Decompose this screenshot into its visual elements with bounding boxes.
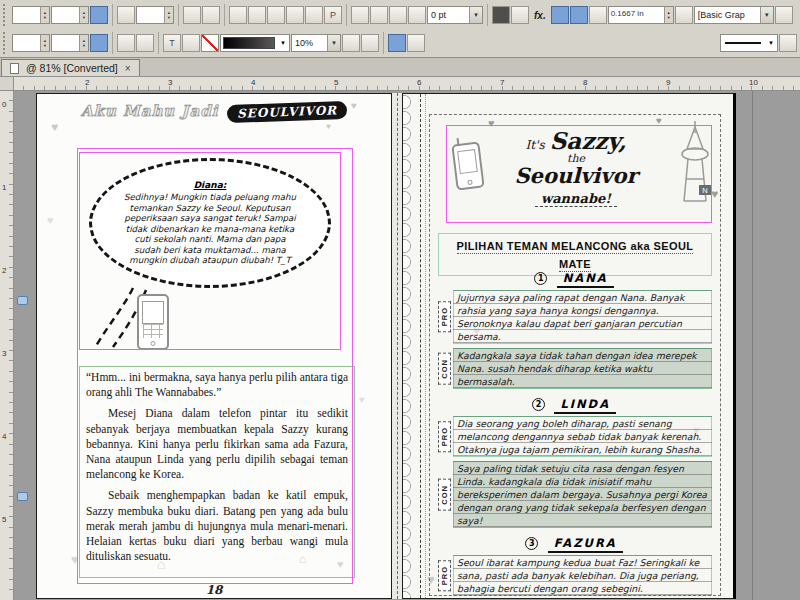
pro-row: PRO Seoul ibarat kampung kedua buat Faz!… — [436, 555, 712, 596]
screen-mode-icon[interactable] — [570, 6, 588, 24]
ruler-mark: 3 — [2, 349, 6, 358]
control-stepper-2[interactable]: ▴▾ — [51, 6, 89, 24]
panel-options-icon[interactable] — [779, 34, 797, 52]
dropdown-arrow-icon[interactable]: ▾ — [760, 7, 773, 23]
stroke-panel-icon[interactable] — [342, 34, 360, 52]
right-page[interactable]: ♥ ♥ ♥ ♥ ♥ ♥ ♥ It's Sazzy, the Seoulvivor… — [402, 93, 736, 599]
heart-icon: ♥ — [359, 394, 365, 405]
wrap-icon[interactable] — [589, 6, 607, 24]
paragraph-panel-icon[interactable]: P — [324, 6, 342, 24]
distribute-icon-3[interactable] — [389, 6, 407, 24]
object-styles-icon[interactable] — [388, 34, 406, 52]
drop-shadow-icon[interactable] — [511, 6, 529, 24]
control-stepper-1[interactable]: ▴▾ — [12, 6, 50, 24]
ruler-mark: 7 — [500, 78, 504, 87]
gradient-preview — [223, 37, 275, 49]
pro-label: PRO — [438, 301, 451, 332]
stepper-arrows-icon[interactable]: ▴▾ — [164, 7, 173, 23]
pro-label: PRO — [438, 421, 451, 452]
chapter-header[interactable]: ♥ Aku Mahu Jadi SEOULVIVOR ♥ ♥ — [37, 102, 391, 121]
stepper-arrows-icon[interactable]: ▴▾ — [79, 7, 88, 23]
align-right-icon[interactable] — [267, 6, 285, 24]
swap-fill-stroke-icon[interactable] — [361, 34, 379, 52]
stepper-arrows-icon[interactable]: ▴▾ — [40, 7, 49, 23]
stepper-arrows-icon[interactable]: ▴▾ — [79, 35, 88, 51]
shear-icon[interactable] — [136, 34, 154, 52]
dropdown-arrow-icon[interactable]: ▾ — [327, 35, 340, 51]
vertical-ruler[interactable]: 0 1 2 3 4 5 — [0, 91, 14, 600]
flip-horizontal-icon[interactable] — [183, 6, 201, 24]
heart-icon: ♥ — [51, 120, 58, 134]
link-icon[interactable] — [90, 6, 108, 24]
stepper-arrows-icon[interactable]: ▴▾ — [664, 7, 673, 23]
flip-vertical-icon[interactable] — [202, 6, 220, 24]
distribute-icon-2[interactable] — [370, 6, 388, 24]
rotate-icon[interactable] — [117, 34, 135, 52]
dropdown-arrow-icon[interactable]: ▾ — [277, 35, 289, 51]
body-text-frame[interactable]: “Hmm... ini bermakna, saya hanya perlu p… — [79, 366, 355, 578]
distribute-icon-1[interactable] — [351, 6, 369, 24]
horizontal-ruler[interactable]: 2 3 4 5 6 7 8 9 10 — [14, 77, 800, 91]
dropdown-arrow-icon[interactable]: ▾ — [469, 7, 482, 23]
tint-combo[interactable]: 10% ▾ — [291, 34, 341, 52]
logo-line1-big: Sazzy, — [550, 127, 627, 154]
space-value-combo[interactable]: 0 pt ▾ — [427, 6, 483, 24]
stroke-type-dropdown[interactable]: ▾ — [720, 34, 778, 52]
section-number-badge: 1 — [534, 272, 547, 285]
note-marker-icon[interactable] — [17, 296, 28, 305]
stroke-none-icon[interactable] — [201, 34, 219, 52]
separator — [112, 4, 113, 26]
constrain-icon[interactable] — [90, 34, 108, 52]
left-page[interactable]: ♥ ♥ ♥ Aku Mahu Jadi SEOULVIVOR ♥ ♥ Diana… — [36, 93, 392, 599]
distribute-icon-4[interactable] — [408, 6, 426, 24]
opacity-icon[interactable] — [407, 34, 425, 52]
panel-menu-icon[interactable] — [775, 6, 793, 24]
dropdown-arrow-icon[interactable]: ▾ — [765, 35, 777, 51]
ruler-mark: 9 — [666, 78, 670, 87]
tab-close-icon[interactable]: × — [125, 63, 131, 74]
gradient-swatch[interactable]: ▾ — [220, 34, 290, 52]
pro-label: PRO — [438, 560, 451, 591]
document-tab[interactable]: @ 81% [Converted] × — [1, 59, 140, 76]
speech-bubble-frame[interactable]: Diana: Sedihnya! Mungkin tiada peluang m… — [89, 158, 331, 288]
speech-bubble-text: Sedihnya! Mungkin tiada peluang mahu tem… — [122, 192, 298, 266]
chapter-title-badge: SEOULVIVOR — [227, 101, 348, 123]
align-bottom-icon[interactable] — [305, 6, 323, 24]
ruler-mark: 10 — [749, 78, 758, 87]
align-top-icon[interactable] — [286, 6, 304, 24]
pro-text-frame[interactable]: Jujurnya saya paling rapat dengan Nana. … — [453, 290, 712, 344]
separator — [224, 4, 225, 26]
text-frame-icon[interactable]: T — [163, 34, 181, 52]
pro-text-frame[interactable]: Dia seorang yang boleh diharap, pasti se… — [453, 416, 712, 457]
heart-icon: ♥ — [326, 122, 331, 131]
transform-icon[interactable] — [117, 6, 135, 24]
corner-radius-field[interactable]: 0.1667 in ▴▾ — [608, 6, 674, 24]
control-stepper-4[interactable]: ▴▾ — [12, 34, 50, 52]
panel-grip[interactable] — [3, 4, 8, 26]
space-value: 0 pt — [428, 10, 469, 20]
note-marker-icon[interactable] — [17, 492, 28, 501]
bleed-guide — [752, 91, 753, 600]
lace-edge-decoration — [403, 94, 416, 598]
align-left-icon[interactable] — [229, 6, 247, 24]
control-stepper-5[interactable]: ▴▾ — [51, 34, 89, 52]
align-center-icon[interactable] — [248, 6, 266, 24]
frame-grid-icon[interactable] — [182, 34, 200, 52]
diary-page-frame[interactable]: ♥ ♥ ♥ ♥ It's Sazzy, the Seoulvivor wanna… — [429, 114, 721, 596]
separator — [487, 4, 488, 26]
con-row: CON Saya paling tidak setuju cita rasa d… — [436, 461, 712, 528]
effects-button[interactable]: fx. — [530, 6, 550, 24]
ruler-origin[interactable] — [0, 77, 14, 91]
graphic-style-dropdown[interactable]: [Basic Grap ▾ — [694, 6, 774, 24]
con-text-frame[interactable]: Kadangkala saya tidak tahan dengan idea … — [453, 348, 712, 389]
control-stepper-3[interactable]: ▴▾ — [136, 6, 174, 24]
stepper-arrows-icon[interactable]: ▴▾ — [40, 35, 49, 51]
preview-mode-icon[interactable] — [551, 6, 569, 24]
corner-options-icon[interactable] — [675, 6, 693, 24]
con-text-frame[interactable]: Saya paling tidak setuju cita rasa denga… — [453, 461, 712, 528]
ruler-mark: 8 — [583, 78, 587, 87]
fill-swatch-icon[interactable] — [492, 6, 510, 24]
pro-text-frame[interactable]: Seoul ibarat kampung kedua buat Faz! Ser… — [453, 555, 712, 596]
panel-grip[interactable] — [3, 32, 8, 54]
chapter-title-script: Aku Mahu Jadi — [81, 102, 219, 120]
